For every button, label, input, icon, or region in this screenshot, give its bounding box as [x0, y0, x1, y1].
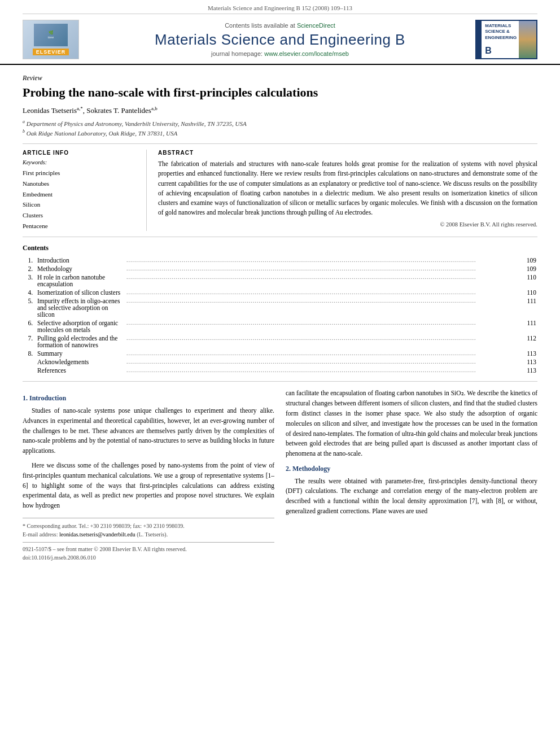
- intro-para-2: Here we discuss some of the challenges p…: [23, 461, 274, 511]
- contents-row-3: 3. H role in carbon nanotube encapsulati…: [23, 273, 537, 288]
- abstract: ABSTRACT The fabrication of materials an…: [158, 150, 537, 231]
- corresponding-note: * Corresponding author. Tel.: +30 2310 9…: [23, 522, 274, 530]
- keyword-5: Clusters: [23, 210, 137, 221]
- methodology-para-1: The results were obtained with parameter…: [286, 477, 537, 517]
- body-two-col: 1. Introduction Studies of nano-scale sy…: [23, 388, 537, 562]
- contents-row-4: 4. Isomerization of silicon clusters ...…: [23, 288, 537, 296]
- affiliation-a: a Department of Physics and Astronomy, V…: [23, 119, 537, 128]
- article-info-abstract: ARTICLE INFO Keywords: First principles …: [23, 150, 537, 231]
- contents-row-7: 7. Pulling gold electrodes and the forma…: [23, 334, 537, 349]
- email-line: E-mail address: leonidas.tsetseris@vande…: [23, 530, 274, 539]
- contents-row-1: 1. Introduction ........................…: [23, 256, 537, 264]
- keyword-2: Nanotubes: [23, 178, 137, 189]
- abstract-label: ABSTRACT: [158, 150, 537, 156]
- article-info: ARTICLE INFO Keywords: First principles …: [23, 150, 147, 231]
- issn-line: 0921-5107/$ – see front matter © 2008 El…: [23, 542, 274, 562]
- intro-right-para-1: can facilitate the encapsulation of floa…: [286, 388, 537, 459]
- journal-header: 🌿tree ELSEVIER Contents lists available …: [0, 14, 560, 65]
- authors-line: Leonidas Tsetserisa,*, Sokrates T. Pante…: [23, 106, 537, 115]
- keywords-list: First principles Nanotubes Embedment Sil…: [23, 168, 137, 231]
- keyword-6: Pentacene: [23, 221, 137, 231]
- contents-row-9: Acknowledgements .......................…: [23, 357, 537, 366]
- contents-row-6: 6. Selective adsorption of organic molec…: [23, 318, 537, 334]
- elsevier-wordmark: ELSEVIER: [33, 49, 69, 55]
- divider-3: [23, 381, 537, 382]
- footer-note: * Corresponding author. Tel.: +30 2310 9…: [23, 518, 274, 562]
- contents-available-line: Contents lists available at ScienceDirec…: [90, 22, 470, 29]
- email-link[interactable]: leonidas.tsetseris@vanderbilt.edu: [59, 531, 135, 538]
- contents-row-8: 8. Summary .............................…: [23, 349, 537, 357]
- body-left-col: 1. Introduction Studies of nano-scale sy…: [23, 388, 274, 562]
- intro-heading: 1. Introduction: [23, 393, 274, 404]
- page: Materials Science and Engineering B 152 …: [0, 0, 560, 747]
- contents-row-5: 5. Impurity effects in oligo-acenes and …: [23, 296, 537, 318]
- main-content: Review Probing the nano-scale with first…: [0, 65, 560, 573]
- journal-homepage: journal homepage: www.elsevier.com/locat…: [90, 50, 470, 57]
- science-direct-link[interactable]: ScienceDirect: [297, 22, 335, 29]
- abstract-text: The fabrication of materials and structu…: [158, 159, 537, 218]
- affiliations: a Department of Physics and Astronomy, V…: [23, 119, 537, 138]
- journal-logo-area: MATERIALS SCIENCE & ENGINEERING B: [470, 20, 537, 59]
- journal-homepage-link[interactable]: www.elsevier.com/locate/mseb: [264, 50, 349, 57]
- contents-row-2: 2. Methodology .........................…: [23, 264, 537, 273]
- keywords-label: Keywords:: [23, 159, 137, 165]
- divider-2: [23, 237, 537, 237]
- journal-title-area: Contents lists available at ScienceDirec…: [90, 22, 470, 57]
- contents-table: 1. Introduction ........................…: [23, 256, 537, 374]
- copyright: © 2008 Elsevier B.V. All rights reserved…: [158, 221, 537, 228]
- keyword-1: First principles: [23, 168, 137, 178]
- body-right-col: can facilitate the encapsulation of floa…: [286, 388, 537, 562]
- keyword-3: Embedment: [23, 189, 137, 200]
- article-title: Probing the nano-scale with first-princi…: [23, 85, 537, 101]
- article-type: Review: [23, 74, 537, 82]
- intro-para-1: Studies of nano-scale systems pose uniqu…: [23, 406, 274, 456]
- elsevier-logo-area: 🌿tree ELSEVIER: [23, 20, 90, 59]
- article-info-label: ARTICLE INFO: [23, 150, 137, 156]
- divider-1: [23, 143, 537, 144]
- contents-title: Contents: [23, 244, 537, 252]
- journal-title: Materials Science and Engineering B: [90, 31, 470, 49]
- affiliation-b: b Oak Ridge National Laboratory, Oak Rid…: [23, 128, 537, 138]
- contents-row-10: References .............................…: [23, 366, 537, 374]
- journal-reference: Materials Science and Engineering B 152 …: [23, 0, 537, 14]
- methodology-heading: 2. Methodology: [286, 464, 537, 474]
- journal-ref-text: Materials Science and Engineering B 152 …: [208, 5, 352, 11]
- keyword-4: Silicon: [23, 199, 137, 210]
- contents-section: Contents 1. Introduction ...............…: [23, 244, 537, 374]
